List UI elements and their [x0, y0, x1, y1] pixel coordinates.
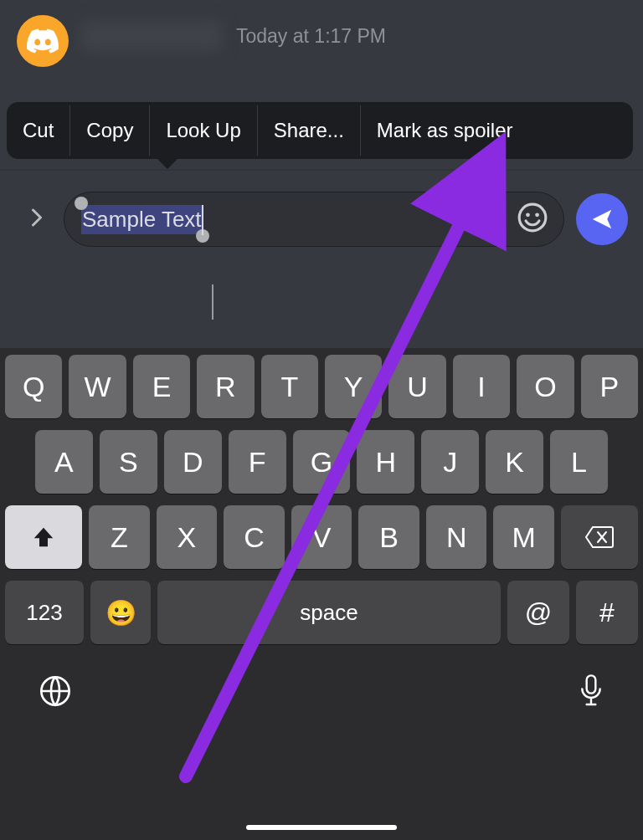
text-cursor	[212, 284, 213, 320]
message-input[interactable]: Sample Text	[64, 192, 564, 247]
key-e[interactable]: E	[133, 355, 190, 418]
key-h[interactable]: H	[357, 430, 414, 494]
backspace-icon	[584, 525, 615, 549]
key-f[interactable]: F	[229, 430, 286, 494]
menu-item-mark-as-spoiler[interactable]: Mark as spoiler	[361, 119, 529, 142]
key-c[interactable]: C	[224, 505, 285, 569]
key-r[interactable]: R	[197, 355, 254, 418]
discord-logo-icon	[27, 28, 59, 54]
key-w[interactable]: W	[69, 355, 126, 418]
microphone-icon[interactable]	[578, 673, 604, 713]
globe-icon[interactable]	[39, 674, 72, 711]
key-hash[interactable]: #	[576, 581, 638, 644]
keyboard-row-4: 123 😀 space @ #	[5, 581, 638, 644]
chevron-right-icon[interactable]	[28, 207, 45, 231]
key-o[interactable]: O	[517, 355, 574, 418]
shift-icon	[31, 525, 56, 550]
menu-item-cut[interactable]: Cut	[7, 119, 69, 142]
key-q[interactable]: Q	[5, 355, 62, 418]
key-shift[interactable]	[5, 505, 82, 569]
key-g[interactable]: G	[293, 430, 351, 494]
key-emoji[interactable]: 😀	[90, 581, 151, 644]
composer-row: Sample Text	[0, 189, 643, 249]
key-b[interactable]: B	[358, 505, 419, 569]
keyboard-row-1: Q W E R T Y U I O P	[5, 355, 638, 418]
menu-item-share[interactable]: Share...	[258, 119, 360, 142]
send-button[interactable]	[576, 193, 628, 245]
ios-keyboard: Q W E R T Y U I O P A S D F G H J K L Z …	[0, 348, 643, 840]
message-header: Today at 1:17 PM	[0, 0, 643, 67]
key-numbers[interactable]: 123	[5, 581, 84, 644]
key-z[interactable]: Z	[89, 505, 150, 569]
svg-point-1	[526, 213, 530, 217]
key-p[interactable]: P	[581, 355, 638, 418]
username-redacted	[80, 20, 223, 52]
key-a[interactable]: A	[35, 430, 93, 494]
send-icon	[589, 207, 615, 232]
home-indicator[interactable]	[246, 825, 397, 830]
key-u[interactable]: U	[388, 355, 445, 418]
key-at-sign[interactable]: @	[507, 581, 569, 644]
key-l[interactable]: L	[550, 430, 608, 494]
menu-tail	[157, 159, 177, 169]
menu-item-lookup[interactable]: Look Up	[150, 119, 256, 142]
key-m[interactable]: M	[493, 505, 554, 569]
key-y[interactable]: Y	[325, 355, 382, 418]
key-space[interactable]: space	[157, 581, 501, 644]
key-x[interactable]: X	[157, 505, 218, 569]
svg-point-2	[535, 213, 539, 217]
key-j[interactable]: J	[421, 430, 479, 494]
key-i[interactable]: I	[453, 355, 510, 418]
selected-text[interactable]: Sample Text	[81, 205, 203, 234]
keyboard-row-2: A S D F G H J K L	[5, 430, 638, 494]
message-timestamp: Today at 1:17 PM	[236, 25, 386, 48]
key-n[interactable]: N	[426, 505, 487, 569]
avatar[interactable]	[17, 15, 69, 67]
key-delete[interactable]	[561, 505, 638, 569]
svg-point-0	[519, 204, 546, 231]
key-v[interactable]: V	[291, 505, 352, 569]
message-meta: Today at 1:17 PM	[80, 15, 386, 52]
keyboard-bottom-bar	[5, 656, 638, 713]
text-selection-context-menu: Cut Copy Look Up Share... Mark as spoile…	[7, 102, 633, 159]
divider	[0, 169, 643, 171]
emoji-picker-button[interactable]	[517, 202, 548, 237]
key-s[interactable]: S	[100, 430, 157, 494]
key-k[interactable]: K	[486, 430, 543, 494]
svg-rect-4	[587, 675, 596, 693]
key-t[interactable]: T	[261, 355, 318, 418]
key-d[interactable]: D	[164, 430, 222, 494]
keyboard-row-3: Z X C V B N M	[5, 505, 638, 569]
menu-item-copy[interactable]: Copy	[70, 119, 149, 142]
